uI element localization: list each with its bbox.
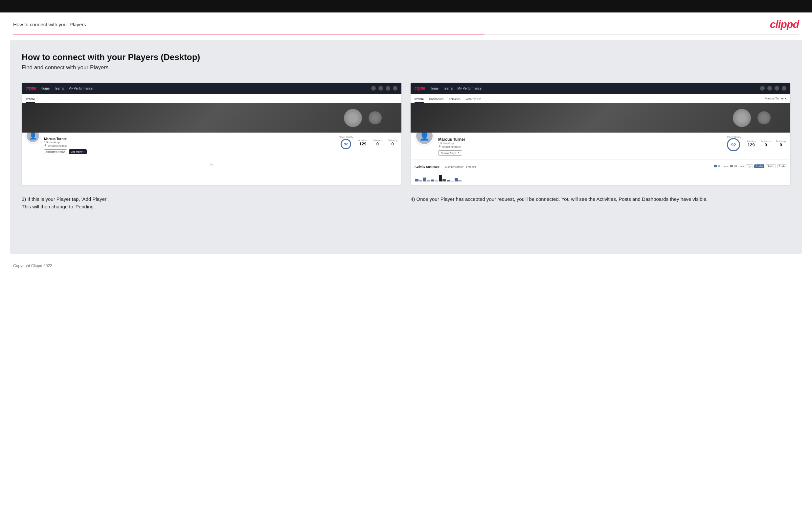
scissors-icon: ✂ [210,161,214,168]
quality-circle-left: 92 [341,139,351,149]
remove-player-btn-wrapper: Remove Player ✕ [438,150,722,156]
app-nav-left: clippd Home Teams My Performance [22,83,401,94]
player-stats-right: Player Quality 92 Activities 129 Followe… [727,136,786,151]
activity-summary-area: Activity Summary Monthly Activity · 6 Mo… [411,160,790,185]
player-name-right: Marcus Turner [438,137,722,142]
bar-oncourse-3 [431,179,434,181]
activities-value-right: 129 [747,143,756,147]
activities-value-left: 129 [358,142,367,146]
remove-player-label: Remove Player [441,152,457,154]
player-stats-left: Player Quality 92 Activities 129 Followe… [339,136,398,149]
filter-3mths-btn[interactable]: 3 mths [766,164,776,168]
remove-player-button[interactable]: Remove Player ✕ [438,150,462,156]
main-title: How to connect with your Players (Deskto… [22,52,790,62]
app-nav-right: clippd Home Teams My Performance [411,83,790,94]
chart-group-3 [431,179,438,181]
on-course-dot [714,165,717,167]
bar-offcourse-6 [458,180,461,181]
app-hero-right [411,103,790,132]
mock-app-left: clippd Home Teams My Performance Profile [22,83,401,171]
chart-area [414,172,786,181]
player-location-right: 📍 United Kingdom [438,146,722,148]
settings-icon-right[interactable] [774,86,779,91]
screenshot-left-panel: clippd Home Teams My Performance Profile [22,83,401,185]
off-course-label: Off course [734,165,745,167]
nav-icons-left [371,86,398,91]
on-course-label: On course [718,165,728,167]
profile-info-left: Marcus Turner 1-5 Handicap 📍 United King… [44,136,335,154]
followers-label-left: Followers [372,139,383,142]
main-content: How to connect with your Players (Deskto… [10,40,802,253]
avatar-icon-right[interactable] [782,86,786,91]
location-pin-icon-right: 📍 [438,146,442,148]
clippd-logo: clippd [770,18,799,31]
followers-label-right: Followers [761,140,771,143]
user-icon-right[interactable] [767,86,772,91]
nav-icons-right [760,86,786,91]
hero-circle-right [733,109,751,127]
player-location-left: 📍 United Kingdom [44,145,335,147]
profile-buttons-left: Request to Follow Add Player + [44,149,335,154]
bar-offcourse-3 [435,180,438,181]
avatar-icon-left[interactable] [393,86,398,91]
activity-left: Activity Summary Monthly Activity · 6 Mo… [414,163,476,169]
filter-1mth-btn[interactable]: 1 mth [777,164,786,168]
bar-oncourse-1 [415,179,418,181]
activity-label: Activity Summary [414,165,440,168]
activity-filters: On course Off course 1 yr 6 mths 3 mths … [714,164,786,168]
middle-icon-area: ✂ [22,158,401,171]
tab-profile-right[interactable]: Profile [414,96,424,103]
hero-circle2-left [368,111,382,124]
followers-stat-right: Followers 0 [761,140,771,147]
filter-6mths-btn[interactable]: 6 mths [754,164,764,168]
nav-home-left[interactable]: Home [41,87,50,90]
user-icon-left[interactable] [378,86,383,91]
following-label-right: Following [776,140,786,143]
bar-offcourse-4 [443,179,446,181]
off-course-dot [730,165,733,167]
chart-group-4 [439,175,446,181]
desc-text-right: 4) Once your Player has accepted your re… [411,195,790,203]
page-header-title: How to connect with your Players [13,22,86,27]
app-profile-area-left: 👤 Marcus Turner 1-5 Handicap 📍 United Ki… [22,132,401,158]
nav-performance-left[interactable]: My Performance [68,87,92,90]
search-icon-right[interactable] [760,86,765,91]
location-pin-icon-left: 📍 [44,145,47,147]
nav-home-right[interactable]: Home [429,87,439,90]
following-label-left: Following [388,139,398,142]
tab-activities-right[interactable]: Activities [449,96,461,103]
tab-profile-left[interactable]: Profile [26,96,35,103]
settings-icon-left[interactable] [386,86,390,91]
quality-label-right: Player Quality [727,136,742,138]
nav-teams-left[interactable]: Teams [54,87,64,90]
bar-oncourse-4 [439,175,442,181]
screenshots-row: clippd Home Teams My Performance Profile [22,83,790,185]
copyright-text: Copyright Clippd 2022 [13,264,52,268]
quality-circle-right: 92 [727,138,740,151]
request-follow-button[interactable]: Request to Follow [44,149,67,154]
profile-info-right: Marcus Turner 1-5 Handicap 📍 United King… [438,136,722,156]
nav-teams-right[interactable]: Teams [443,87,453,90]
top-decorative-bar [0,0,812,12]
add-player-button[interactable]: Add Player + [69,149,87,154]
search-icon-left[interactable] [371,86,376,91]
chart-group-6 [455,178,461,181]
descriptions-row: 3) If this is your Player tap, 'Add Play… [22,194,790,212]
bar-oncourse-2 [423,177,426,181]
main-subtitle: Find and connect with your Players [22,64,790,71]
desc-panel-right: 4) Once your Player has accepted your re… [411,194,790,212]
activities-stat-left: Activities 129 [358,139,367,146]
app-logo-left: clippd [26,86,36,91]
following-stat-right: Following 0 [776,140,786,147]
header-divider [13,34,799,35]
tab-dashboard-right[interactable]: Dashboard [429,96,444,103]
filter-1yr-btn[interactable]: 1 yr [746,164,753,168]
nav-performance-right[interactable]: My Performance [457,87,481,90]
tab-whattoon-right[interactable]: What To On [466,96,481,103]
chart-group-5 [447,180,454,181]
location-text-right: United Kingdom [442,146,461,148]
quality-label-left: Player Quality [339,136,353,138]
followers-stat-left: Followers 0 [372,139,383,146]
activity-summary-row: Activity Summary Monthly Activity · 6 Mo… [414,163,786,169]
player-name-left: Marcus Turner [44,137,335,141]
